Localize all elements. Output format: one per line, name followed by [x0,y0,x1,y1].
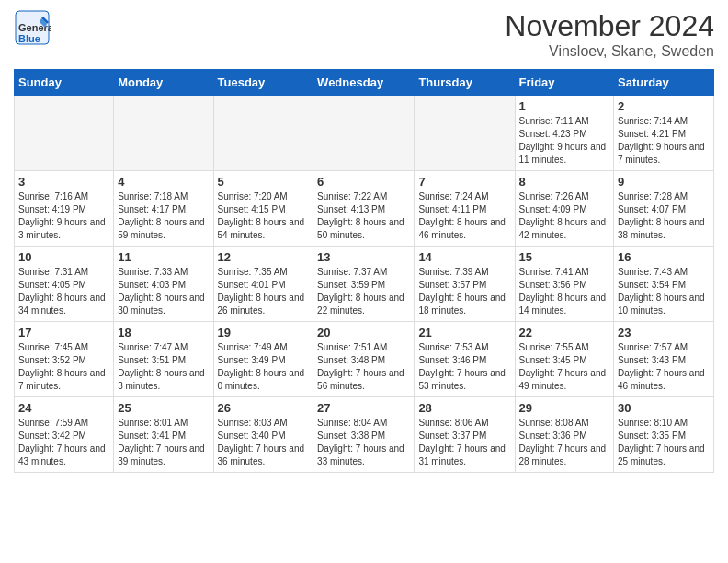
header-tuesday: Tuesday [213,70,313,96]
header-saturday: Saturday [614,70,714,96]
table-row: 6Sunrise: 7:22 AMSunset: 4:13 PMDaylight… [313,171,415,247]
table-row [15,96,114,171]
table-row: 9Sunrise: 7:28 AMSunset: 4:07 PMDaylight… [614,171,714,247]
table-row: 11Sunrise: 7:33 AMSunset: 4:03 PMDayligh… [114,247,213,322]
header-wednesday: Wednesday [313,70,415,96]
table-row: 23Sunrise: 7:57 AMSunset: 3:43 PMDayligh… [614,322,714,397]
table-row: 25Sunrise: 8:01 AMSunset: 3:41 PMDayligh… [114,397,213,473]
table-row: 20Sunrise: 7:51 AMSunset: 3:48 PMDayligh… [313,322,415,397]
table-row: 18Sunrise: 7:47 AMSunset: 3:51 PMDayligh… [114,322,213,397]
table-row: 21Sunrise: 7:53 AMSunset: 3:46 PMDayligh… [415,322,515,397]
table-row: 2Sunrise: 7:14 AMSunset: 4:21 PMDaylight… [614,96,714,171]
table-row: 30Sunrise: 8:10 AMSunset: 3:35 PMDayligh… [614,397,714,473]
header-thursday: Thursday [415,70,515,96]
table-row: 4Sunrise: 7:18 AMSunset: 4:17 PMDaylight… [114,171,213,247]
table-row: 3Sunrise: 7:16 AMSunset: 4:19 PMDaylight… [15,171,114,247]
table-row: 24Sunrise: 7:59 AMSunset: 3:42 PMDayligh… [15,397,114,473]
table-row: 5Sunrise: 7:20 AMSunset: 4:15 PMDaylight… [213,171,313,247]
table-row: 15Sunrise: 7:41 AMSunset: 3:56 PMDayligh… [515,247,614,322]
table-row: 7Sunrise: 7:24 AMSunset: 4:11 PMDaylight… [415,171,515,247]
table-row: 16Sunrise: 7:43 AMSunset: 3:54 PMDayligh… [614,247,714,322]
table-row: 1Sunrise: 7:11 AMSunset: 4:23 PMDaylight… [515,96,614,171]
title-section: November 2024 Vinsloev, Skane, Sweden [505,9,714,60]
table-row: 29Sunrise: 8:08 AMSunset: 3:36 PMDayligh… [515,397,614,473]
table-row: 14Sunrise: 7:39 AMSunset: 3:57 PMDayligh… [415,247,515,322]
table-row: 8Sunrise: 7:26 AMSunset: 4:09 PMDaylight… [515,171,614,247]
table-row: 26Sunrise: 8:03 AMSunset: 3:40 PMDayligh… [213,397,313,473]
table-row: 13Sunrise: 7:37 AMSunset: 3:59 PMDayligh… [313,247,415,322]
calendar-header-row: Sunday Monday Tuesday Wednesday Thursday… [15,70,714,96]
table-row [213,96,313,171]
calendar-week-row: 10Sunrise: 7:31 AMSunset: 4:05 PMDayligh… [15,247,714,322]
table-row: 19Sunrise: 7:49 AMSunset: 3:49 PMDayligh… [213,322,313,397]
table-row: 27Sunrise: 8:04 AMSunset: 3:38 PMDayligh… [313,397,415,473]
header-friday: Friday [515,70,614,96]
header: General Blue November 2024 Vinsloev, Ska… [14,9,714,60]
location: Vinsloev, Skane, Sweden [505,43,714,60]
table-row: 17Sunrise: 7:45 AMSunset: 3:52 PMDayligh… [15,322,114,397]
header-sunday: Sunday [15,70,114,96]
logo-icon: General Blue [14,9,51,46]
calendar: Sunday Monday Tuesday Wednesday Thursday… [14,69,714,473]
table-row: 22Sunrise: 7:55 AMSunset: 3:45 PMDayligh… [515,322,614,397]
table-row: 12Sunrise: 7:35 AMSunset: 4:01 PMDayligh… [213,247,313,322]
table-row: 10Sunrise: 7:31 AMSunset: 4:05 PMDayligh… [15,247,114,322]
svg-text:Blue: Blue [18,33,40,44]
page: General Blue November 2024 Vinsloev, Ska… [0,0,728,482]
month-title: November 2024 [505,9,714,43]
calendar-week-row: 17Sunrise: 7:45 AMSunset: 3:52 PMDayligh… [15,322,714,397]
calendar-week-row: 24Sunrise: 7:59 AMSunset: 3:42 PMDayligh… [15,397,714,473]
calendar-week-row: 1Sunrise: 7:11 AMSunset: 4:23 PMDaylight… [15,96,714,171]
logo: General Blue [14,9,51,50]
table-row [415,96,515,171]
table-row [313,96,415,171]
header-monday: Monday [114,70,213,96]
table-row [114,96,213,171]
calendar-week-row: 3Sunrise: 7:16 AMSunset: 4:19 PMDaylight… [15,171,714,247]
table-row: 28Sunrise: 8:06 AMSunset: 3:37 PMDayligh… [415,397,515,473]
